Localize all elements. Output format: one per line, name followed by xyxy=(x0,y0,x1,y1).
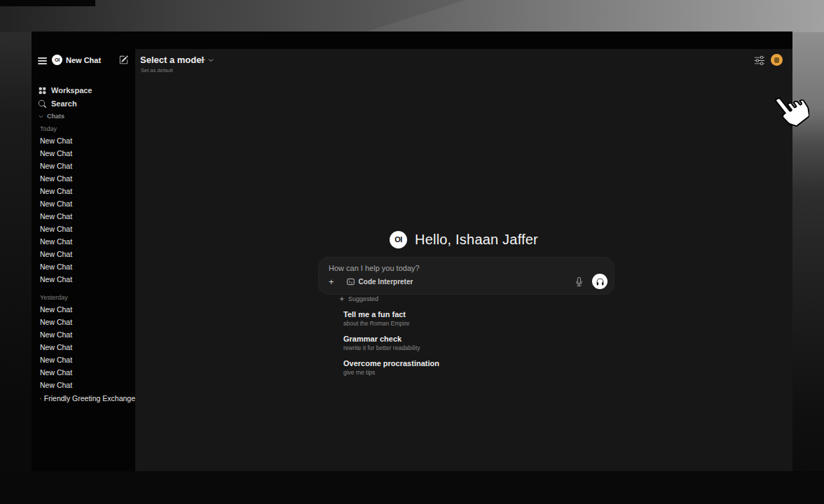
workspace-grid-icon xyxy=(39,87,46,94)
voice-call-button[interactable] xyxy=(592,274,607,289)
app-logo-text: OI xyxy=(55,57,60,62)
suggested-label: Suggested xyxy=(348,295,378,302)
chat-list-item[interactable]: New Chat xyxy=(32,316,135,328)
desktop-backdrop: OI New Chat Workspace Search xyxy=(0,0,824,504)
chats-label: Chats xyxy=(47,113,64,120)
chat-list-item[interactable]: New Chat xyxy=(32,354,135,366)
set-as-default-link[interactable]: Set as default xyxy=(141,67,173,74)
chat-list-item[interactable]: New Chat xyxy=(32,341,135,354)
chats-section-toggle[interactable]: Chats xyxy=(39,113,64,120)
suggested-subtitle: give me tips xyxy=(343,369,633,376)
chat-list-item[interactable]: New Chat xyxy=(32,185,135,197)
wave-emoji-icon xyxy=(40,395,41,402)
sidebar-title: New Chat xyxy=(66,56,101,64)
chat-list-item[interactable]: New Chat xyxy=(32,134,135,147)
chat-list-today: New Chat New Chat New Chat New Chat New … xyxy=(32,134,135,286)
search-icon xyxy=(39,100,46,108)
suggested-prompt[interactable]: Tell me a fun fact about the Roman Empir… xyxy=(339,310,633,327)
chat-list-item[interactable]: New Chat xyxy=(32,260,135,273)
main-area: Select a model + Set as default OI xyxy=(135,49,792,471)
suggested-prompt[interactable]: Overcome procrastination give me tips xyxy=(339,359,633,376)
greeting-logo-text: OI xyxy=(394,235,402,244)
chat-list-item[interactable]: New Chat xyxy=(32,303,135,316)
code-interpreter-toggle[interactable]: Code Interpreter xyxy=(347,278,413,286)
chat-list-item[interactable]: New Chat xyxy=(32,235,135,248)
terminal-icon xyxy=(347,278,355,286)
pinned-chat-title: Friendly Greeting Exchange xyxy=(44,394,135,402)
backdrop-left xyxy=(0,32,32,504)
app-logo: OI xyxy=(52,55,62,65)
greeting-text: Hello, Ishaan Jaffer xyxy=(415,232,538,248)
suggested-title: Tell me a fun fact xyxy=(343,310,633,318)
sparkle-icon xyxy=(339,296,345,302)
chat-list-item[interactable]: New Chat xyxy=(32,197,135,210)
avatar-mark xyxy=(774,57,779,63)
open-webui-window: OI New Chat Workspace Search xyxy=(32,31,792,471)
chat-list-item[interactable]: New Chat xyxy=(32,379,135,391)
search-label: Search xyxy=(51,99,77,108)
composer-toolbar: + Code Interpreter xyxy=(319,273,614,290)
microphone-icon[interactable] xyxy=(575,277,584,286)
chevron-down-icon xyxy=(208,57,214,63)
topbar-right xyxy=(755,54,783,66)
controls-sliders-icon[interactable] xyxy=(755,55,764,65)
chat-list-item[interactable]: New Chat xyxy=(32,328,135,341)
backdrop-notch xyxy=(0,0,95,6)
composer-placeholder[interactable]: How can I help you today? xyxy=(329,264,420,272)
chat-list-item[interactable]: New Chat xyxy=(32,147,135,160)
add-model-button[interactable]: + xyxy=(200,55,205,65)
sidebar-item-search[interactable]: Search xyxy=(32,98,135,109)
chat-list-item-friendly-greeting[interactable]: Friendly Greeting Exchange xyxy=(32,392,135,405)
user-avatar[interactable] xyxy=(771,54,783,66)
chat-list-item[interactable]: New Chat xyxy=(32,160,135,172)
chat-list-item[interactable]: New Chat xyxy=(32,210,135,223)
chat-list-item[interactable]: New Chat xyxy=(32,366,135,379)
sidebar: OI New Chat Workspace Search xyxy=(32,49,135,471)
chat-list-item[interactable]: New Chat xyxy=(32,273,135,286)
chat-list-item[interactable]: New Chat xyxy=(32,248,135,260)
chat-list-item[interactable]: New Chat xyxy=(32,223,135,235)
sidebar-header: OI New Chat xyxy=(32,52,135,68)
code-interpreter-label: Code Interpreter xyxy=(359,278,413,286)
attach-plus-button[interactable]: + xyxy=(329,277,334,286)
new-chat-icon[interactable] xyxy=(119,55,128,64)
chat-list-item[interactable]: New Chat xyxy=(32,172,135,185)
backdrop-bottom xyxy=(0,471,824,504)
headphones-icon xyxy=(596,277,605,286)
sidebar-toggle-icon[interactable] xyxy=(38,57,47,64)
greeting-logo: OI xyxy=(390,231,407,248)
suggested-prompt[interactable]: Grammar check rewrite it for better read… xyxy=(339,335,633,351)
sidebar-item-workspace[interactable]: Workspace xyxy=(32,85,135,96)
suggested-title: Overcome procrastination xyxy=(343,359,633,368)
suggested-header: Suggested xyxy=(339,295,633,302)
backdrop-right xyxy=(792,32,824,504)
model-selector-label: Select a model xyxy=(140,55,204,65)
chat-list-yesterday: New Chat New Chat New Chat New Chat New … xyxy=(32,303,135,391)
greeting: OI Hello, Ishaan Jaffer xyxy=(135,228,792,251)
group-label-today: Today xyxy=(40,125,57,132)
suggested-subtitle: about the Roman Empire xyxy=(343,320,633,327)
group-label-yesterday: Yesterday xyxy=(40,294,68,301)
suggested-subtitle: rewrite it for better readability xyxy=(343,344,633,351)
suggested-title: Grammar check xyxy=(343,335,633,343)
chevron-down-icon xyxy=(39,114,43,119)
suggested-prompts: Suggested Tell me a fun fact about the R… xyxy=(339,295,633,376)
workspace-label: Workspace xyxy=(51,86,92,94)
message-composer[interactable]: How can I help you today? + Code Interpr… xyxy=(319,258,614,294)
